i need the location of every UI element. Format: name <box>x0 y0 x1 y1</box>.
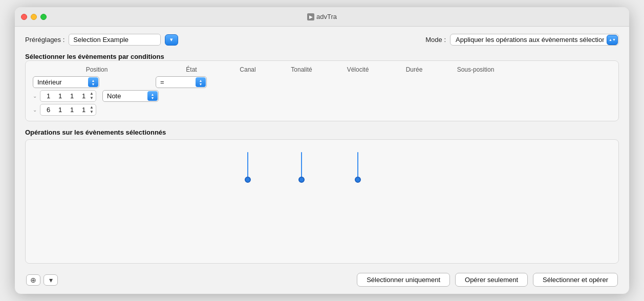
num-val-4: 1 <box>78 92 90 100</box>
main-content: Préréglages : ▾ Mode : Appliquer les opé… <box>15 27 629 294</box>
condition-row-3: ⌄ 6 1 1 1 ▲ ▼ <box>33 104 611 116</box>
num-val-2: 1 <box>54 92 66 100</box>
traffic-lights <box>21 14 47 20</box>
mode-label: Mode : <box>425 36 446 44</box>
top-bar: Préréglages : ▾ Mode : Appliquer les opé… <box>25 34 619 46</box>
select-operate-button[interactable]: Sélectionner et opérer <box>533 273 618 287</box>
selection-section: Sélectionner les évènements par conditio… <box>25 51 619 121</box>
preset-dropdown-button[interactable]: ▾ <box>165 34 178 46</box>
canal-slider-track <box>247 152 248 183</box>
maximize-button[interactable] <box>40 14 47 20</box>
col-duration: Durée <box>386 66 442 73</box>
slider-col-1 <box>161 147 222 193</box>
action-buttons: Sélectionner uniquement Opérer seulement… <box>357 273 618 287</box>
tonality-slider[interactable] <box>301 152 302 188</box>
close-button[interactable] <box>21 14 27 20</box>
tonality-slider-col <box>273 147 330 193</box>
num-arrows[interactable]: ▲ ▼ <box>90 92 94 100</box>
col-tonality: Tonalité <box>273 66 330 73</box>
select-only-button[interactable]: Sélectionner uniquement <box>357 273 450 287</box>
minimize-button[interactable] <box>31 14 37 20</box>
chevron-down-icon: ▾ <box>170 36 173 43</box>
canal-slider-thumb[interactable] <box>245 177 251 183</box>
row3-chevron[interactable]: ⌄ <box>33 107 37 113</box>
slider-col-6 <box>442 147 509 193</box>
row2-chevron[interactable]: ⌄ <box>33 93 37 99</box>
velocity-slider-thumb[interactable] <box>355 177 361 183</box>
row3-numbox: 6 1 1 1 ▲ ▼ <box>40 104 96 116</box>
state-eq-group: = ≠ < > ▲ ▼ <box>156 76 207 88</box>
window-title: ▶ advTra <box>307 13 337 20</box>
canal-slider[interactable] <box>247 152 248 188</box>
presets-label: Préréglages : <box>25 36 65 44</box>
num-val-3: 1 <box>66 92 78 100</box>
bottom-left: ⊕ ▾ <box>26 274 58 286</box>
row2-numbox: 1 1 1 1 ▲ ▼ <box>40 90 96 102</box>
position-select[interactable]: Intérieur Extérieur Tous <box>33 76 99 88</box>
presets-group: Préréglages : ▾ <box>25 34 178 46</box>
slider-col-5 <box>386 147 442 193</box>
position-select-group: Intérieur Extérieur Tous ▲ ▼ <box>33 76 99 88</box>
velocity-slider-col <box>330 147 386 193</box>
state-type-select[interactable]: Note Control Change Program Change Pitch… <box>102 90 159 102</box>
row3-num-2: 1 <box>54 106 66 114</box>
selection-header: Sélectionner les évènements par conditio… <box>25 53 619 60</box>
col-state: État <box>161 66 222 73</box>
column-headers: Position État Canal Tonalité Vélocité Du… <box>33 66 611 73</box>
add-button[interactable]: ⊕ <box>26 274 40 286</box>
col-canal: Canal <box>222 66 273 73</box>
col-position: Position <box>33 66 161 73</box>
state-type-group: Note Control Change Program Change Pitch… <box>102 90 159 102</box>
state-eq-select[interactable]: = ≠ < > <box>156 76 207 88</box>
operations-panel <box>25 139 619 264</box>
condition-row-2: ⌄ 1 1 1 1 ▲ ▼ <box>33 90 611 102</box>
col-subpos: Sous-position <box>442 66 509 73</box>
velocity-slider[interactable] <box>357 152 358 188</box>
col-velocity: Vélocité <box>330 66 386 73</box>
operations-section: Opérations sur les évènements sélectionn… <box>25 126 619 264</box>
add-icon: ⊕ <box>30 276 36 284</box>
condition-row-1: Intérieur Extérieur Tous ▲ ▼ <box>33 76 611 88</box>
canal-slider-col <box>222 147 273 193</box>
titlebar: ▶ advTra <box>15 7 629 27</box>
row3-num-4: 1 <box>78 106 90 114</box>
app-icon: ▶ <box>307 13 314 20</box>
tonality-slider-track <box>301 152 302 183</box>
operate-only-button[interactable]: Opérer seulement <box>455 273 528 287</box>
bottom-bar: ⊕ ▾ Sélectionner uniquement Opérer seule… <box>25 269 619 288</box>
slider-col-0 <box>33 147 161 193</box>
num-val-1: 1 <box>42 92 54 100</box>
row3-num-1: 6 <box>42 106 54 114</box>
operations-header: Opérations sur les évènements sélectionn… <box>25 128 619 136</box>
velocity-slider-track <box>357 152 358 183</box>
bottom-dropdown-button[interactable]: ▾ <box>44 274 58 286</box>
preset-input[interactable] <box>69 34 161 46</box>
main-window: ▶ advTra Préréglages : ▾ Mode : Applique… <box>15 7 629 294</box>
mode-group: Mode : Appliquer les opérations aux évèn… <box>425 34 619 46</box>
condition-rows: Intérieur Extérieur Tous ▲ ▼ <box>33 76 611 116</box>
row3-num-arrows[interactable]: ▲ ▼ <box>90 105 94 114</box>
mode-select[interactable]: Appliquer les opérations aux évènements … <box>450 34 619 46</box>
chevron-down-icon: ▾ <box>49 276 53 284</box>
selection-panel: Position État Canal Tonalité Vélocité Du… <box>25 60 619 121</box>
sliders-grid <box>33 147 611 193</box>
row3-num-3: 1 <box>66 106 78 114</box>
tonality-slider-thumb[interactable] <box>298 177 305 183</box>
